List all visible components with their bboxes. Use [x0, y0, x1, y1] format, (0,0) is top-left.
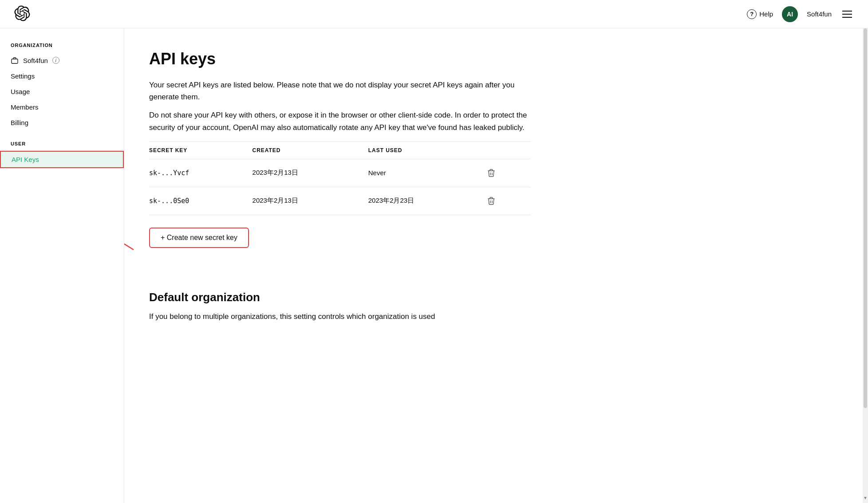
sidebar-item-org[interactable]: Soft4fun i: [0, 52, 124, 68]
svg-line-1: [124, 210, 134, 250]
svg-rect-0: [12, 59, 18, 63]
created-date-1: 2023年2月13日: [253, 159, 368, 187]
sidebar-item-settings[interactable]: Settings: [0, 68, 124, 84]
sidebar-item-members[interactable]: Members: [0, 99, 124, 115]
description-para-2: Do not share your API key with others, o…: [149, 109, 531, 133]
user-avatar: AI: [782, 6, 798, 22]
main-content: API keys Your secret API keys are listed…: [124, 28, 868, 503]
openai-logo: [14, 5, 30, 23]
description-area: Your secret API keys are listed below. P…: [149, 79, 531, 134]
top-navigation: ? Help AI Soft4fun: [0, 0, 868, 28]
default-org-desc: If you belong to multiple organizations,…: [149, 310, 531, 322]
briefcase-icon: [11, 56, 19, 64]
api-keys-table: SECRET KEY CREATED LAST USED sk-...Yvcf …: [149, 141, 531, 215]
sidebar: ORGANIZATION Soft4fun i Settings Usage M…: [0, 28, 124, 503]
user-section: USER API Keys: [0, 141, 124, 168]
logo-area: [14, 5, 30, 23]
create-secret-key-button[interactable]: + Create new secret key: [149, 228, 249, 248]
billing-label: Billing: [11, 119, 28, 126]
user-section-title: USER: [0, 141, 124, 151]
api-keys-label: API Keys: [12, 156, 39, 163]
scrollbar-track: ▼: [863, 28, 868, 503]
last-used-1: Never: [368, 159, 484, 187]
description-para-1: Your secret API keys are listed below. P…: [149, 79, 531, 103]
delete-key-1-button[interactable]: [484, 167, 498, 179]
table-row: sk-...Yvcf 2023年2月13日 Never: [149, 159, 531, 187]
delete-cell-1: [484, 159, 531, 187]
page-layout: ORGANIZATION Soft4fun i Settings Usage M…: [0, 28, 868, 503]
col-actions: [484, 141, 531, 159]
sidebar-item-api-keys[interactable]: API Keys: [0, 151, 124, 168]
scroll-down-arrow[interactable]: ▼: [863, 492, 868, 503]
default-org-title: Default organization: [149, 291, 843, 304]
scrollbar-thumb[interactable]: [864, 28, 867, 408]
hamburger-menu-button[interactable]: [840, 9, 854, 20]
table-header-row: SECRET KEY CREATED LAST USED: [149, 141, 531, 159]
nav-right-area: ? Help AI Soft4fun: [747, 6, 854, 22]
create-btn-label: + Create new secret key: [161, 234, 237, 242]
org-section: ORGANIZATION Soft4fun i Settings Usage M…: [0, 43, 124, 130]
last-used-2: 2023年2月23日: [368, 187, 484, 215]
sidebar-item-usage[interactable]: Usage: [0, 84, 124, 99]
col-last-used: LAST USED: [368, 141, 484, 159]
col-created: CREATED: [253, 141, 368, 159]
create-btn-area: + Create new secret key: [149, 228, 249, 269]
settings-label: Settings: [11, 72, 35, 80]
org-section-title: ORGANIZATION: [0, 43, 124, 52]
info-icon: i: [52, 57, 59, 64]
org-name: Soft4fun: [23, 57, 48, 64]
delete-key-2-button[interactable]: [484, 195, 498, 207]
help-circle-icon: ?: [747, 9, 757, 19]
page-title: API keys: [149, 50, 843, 68]
help-button[interactable]: ? Help: [747, 9, 773, 19]
created-date-2: 2023年2月13日: [253, 187, 368, 215]
table-row: sk-...0Se0 2023年2月13日 2023年2月23日: [149, 187, 531, 215]
sidebar-item-billing[interactable]: Billing: [0, 115, 124, 130]
help-label: Help: [759, 10, 773, 18]
key-value-2: sk-...0Se0: [149, 187, 253, 215]
col-secret-key: SECRET KEY: [149, 141, 253, 159]
user-name: Soft4fun: [807, 10, 832, 18]
delete-cell-2: [484, 187, 531, 215]
members-label: Members: [11, 103, 39, 111]
key-value-1: sk-...Yvcf: [149, 159, 253, 187]
usage-label: Usage: [11, 88, 30, 95]
